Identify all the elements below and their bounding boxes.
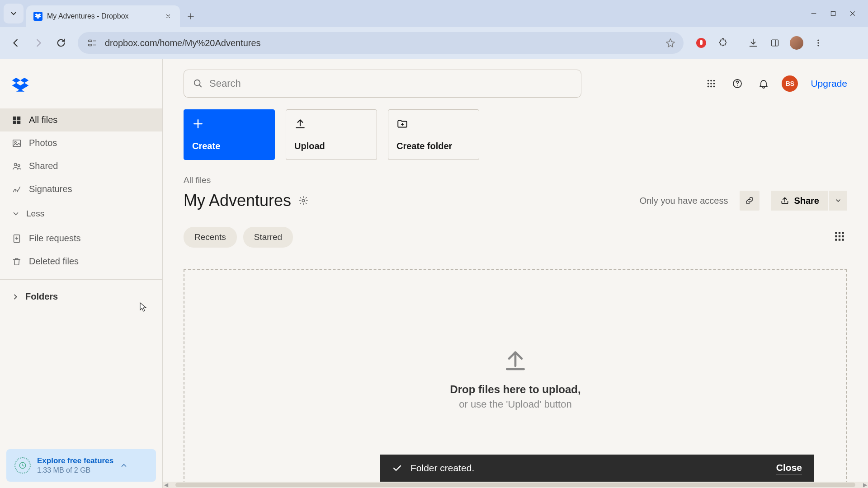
site-info-icon[interactable] xyxy=(86,37,99,49)
svg-rect-32 xyxy=(839,232,840,234)
create-button[interactable]: Create xyxy=(184,109,275,160)
chevron-down-icon xyxy=(9,9,18,18)
window-minimize-button[interactable] xyxy=(810,10,817,17)
svg-rect-35 xyxy=(839,235,840,237)
arrow-right-icon xyxy=(33,38,43,48)
copy-link-button[interactable] xyxy=(740,191,760,211)
address-bar[interactable]: dropbox.com/home/My%20Adventures xyxy=(78,32,684,54)
svg-rect-33 xyxy=(842,232,844,234)
svg-point-29 xyxy=(737,85,738,86)
upgrade-link[interactable]: Upgrade xyxy=(811,78,847,89)
svg-point-24 xyxy=(713,83,715,84)
reload-button[interactable] xyxy=(52,33,71,52)
chrome-menu-button[interactable] xyxy=(811,36,825,50)
horizontal-scrollbar[interactable]: ◀ ▶ xyxy=(163,482,868,488)
sidebar-label: All files xyxy=(29,115,57,125)
chevron-up-icon xyxy=(120,461,128,469)
svg-point-21 xyxy=(713,80,715,82)
sidebar-item-file-requests[interactable]: File requests xyxy=(0,227,162,250)
sidebar-label: File requests xyxy=(29,233,81,244)
svg-rect-31 xyxy=(835,232,837,234)
minimize-icon xyxy=(810,10,817,17)
search-input[interactable]: Search xyxy=(184,70,581,98)
svg-rect-9 xyxy=(17,116,20,119)
create-folder-label: Create folder xyxy=(396,141,471,151)
notifications-button[interactable] xyxy=(755,75,772,92)
sidebar-label: Deleted files xyxy=(29,256,79,267)
sidebar-item-photos[interactable]: Photos xyxy=(0,131,162,155)
sidebar-label: Shared xyxy=(29,161,58,171)
promo-title: Explore free features xyxy=(37,456,113,465)
sidebar-folders-toggle[interactable]: Folders xyxy=(12,291,151,302)
clock-icon xyxy=(14,457,31,474)
grid-view-icon xyxy=(834,230,845,242)
dropzone-title: Drop files here to upload, xyxy=(450,383,580,396)
toast-close-button[interactable]: Close xyxy=(776,462,802,474)
sidebar: All files Photos Shared Signatures Less … xyxy=(0,59,163,488)
svg-point-20 xyxy=(711,80,712,82)
new-tab-button[interactable] xyxy=(183,8,199,24)
sidebar-label: Photos xyxy=(29,138,57,148)
people-icon xyxy=(12,161,22,171)
dropbox-logo-icon xyxy=(12,78,29,92)
avatar-icon xyxy=(790,36,803,50)
profile-button[interactable] xyxy=(790,36,803,50)
share-dropdown-button[interactable] xyxy=(829,191,847,211)
upload-button[interactable]: Upload xyxy=(286,109,377,160)
upload-arrow-icon xyxy=(503,347,528,372)
tab-close-button[interactable] xyxy=(164,12,173,21)
help-button[interactable] xyxy=(729,75,745,92)
storage-promo[interactable]: Explore free features 1.33 MB of 2 GB xyxy=(6,449,156,482)
search-icon xyxy=(193,79,203,89)
svg-point-23 xyxy=(711,83,712,84)
back-button[interactable] xyxy=(6,33,25,52)
sidebar-less-toggle[interactable]: Less xyxy=(0,201,162,227)
svg-point-15 xyxy=(18,164,20,166)
sidebar-label: Signatures xyxy=(29,184,72,194)
svg-rect-36 xyxy=(842,235,844,237)
chevron-down-icon xyxy=(835,197,842,204)
sidepanel-button[interactable] xyxy=(768,36,782,50)
promo-subtitle: 1.33 MB of 2 GB xyxy=(37,466,113,474)
link-icon xyxy=(745,196,755,206)
filter-recents[interactable]: Recents xyxy=(184,227,237,248)
window-maximize-button[interactable] xyxy=(830,10,836,17)
close-icon xyxy=(849,10,856,17)
sidebar-item-signatures[interactable]: Signatures xyxy=(0,178,162,201)
create-folder-button[interactable]: Create folder xyxy=(388,109,479,160)
svg-rect-8 xyxy=(13,116,16,119)
dropbox-logo[interactable] xyxy=(0,70,162,108)
url-text: dropbox.com/home/My%20Adventures xyxy=(105,38,659,48)
page-title: My Adventures xyxy=(184,191,291,210)
forward-button[interactable] xyxy=(29,33,48,52)
sidebar-item-shared[interactable]: Shared xyxy=(0,155,162,178)
svg-point-6 xyxy=(817,42,819,43)
window-close-button[interactable] xyxy=(849,10,856,17)
svg-rect-10 xyxy=(13,120,16,123)
access-text: Only you have access xyxy=(640,196,728,206)
main-content: Search BS Upgrade Create Upload Create f… xyxy=(163,59,868,488)
downloads-button[interactable] xyxy=(746,36,760,50)
chevron-right-icon xyxy=(12,293,19,300)
folders-label: Folders xyxy=(25,291,58,302)
kebab-icon xyxy=(814,38,823,47)
filter-starred[interactable]: Starred xyxy=(243,227,293,248)
download-icon xyxy=(748,38,758,48)
svg-point-5 xyxy=(817,40,819,41)
bookmark-button[interactable] xyxy=(665,38,675,48)
share-button[interactable]: Share xyxy=(771,191,828,211)
tab-search-button[interactable] xyxy=(4,4,24,23)
view-toggle-button[interactable] xyxy=(834,230,847,244)
extension-adblock-icon[interactable] xyxy=(694,36,708,50)
sidebar-item-deleted-files[interactable]: Deleted files xyxy=(0,250,162,273)
extensions-button[interactable] xyxy=(716,36,730,50)
browser-tab[interactable]: My Adventures - Dropbox xyxy=(26,5,180,27)
trash-icon xyxy=(12,257,22,267)
account-avatar[interactable]: BS xyxy=(782,75,798,92)
folder-settings-button[interactable] xyxy=(298,196,308,206)
app-switcher-button[interactable] xyxy=(703,75,719,92)
breadcrumb[interactable]: All files xyxy=(184,175,847,185)
svg-point-19 xyxy=(708,80,709,82)
svg-point-7 xyxy=(817,45,819,46)
sidebar-item-all-files[interactable]: All files xyxy=(0,108,162,131)
